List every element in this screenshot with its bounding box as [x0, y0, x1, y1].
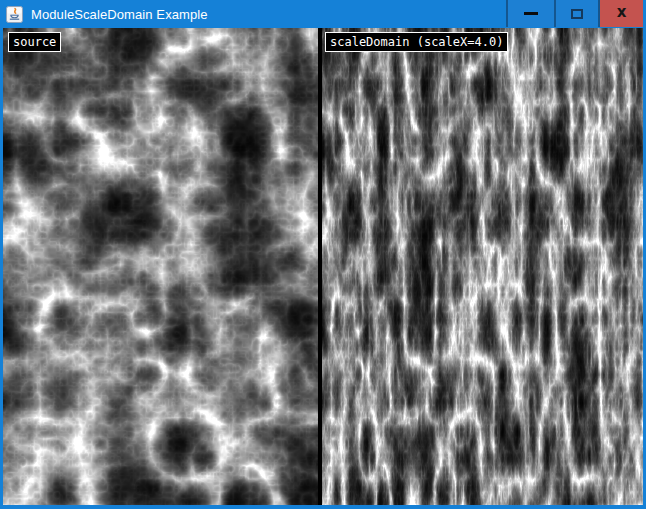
app-window: ModuleScaleDomain Example x source scale… [0, 0, 646, 509]
minimize-button[interactable] [506, 0, 554, 27]
window-controls: x [506, 0, 643, 27]
scaledomain-noise-canvas [322, 28, 643, 505]
panel-scaledomain: scaleDomain (scaleX=4.0) [322, 28, 643, 505]
close-button[interactable]: x [598, 0, 643, 27]
panel-source: source [3, 28, 318, 505]
maximize-icon [571, 9, 583, 19]
panel-label-source: source [8, 32, 61, 52]
content-area: source scaleDomain (scaleX=4.0) [3, 28, 643, 505]
panel-label-scaledomain: scaleDomain (scaleX=4.0) [325, 32, 508, 52]
minimize-icon [524, 12, 538, 15]
window-title: ModuleScaleDomain Example [31, 7, 506, 22]
close-icon: x [617, 5, 627, 20]
source-noise-canvas [3, 28, 318, 505]
maximize-button[interactable] [554, 0, 598, 27]
java-coffee-icon [6, 6, 23, 23]
titlebar[interactable]: ModuleScaleDomain Example x [0, 0, 646, 28]
